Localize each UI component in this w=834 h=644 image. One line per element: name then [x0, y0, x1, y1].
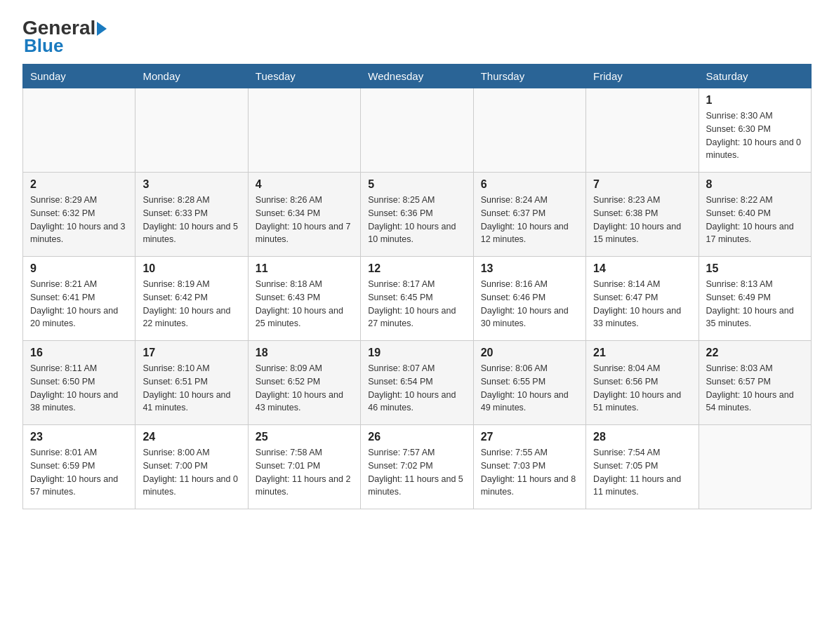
day-info: Sunrise: 8:01 AM Sunset: 6:59 PM Dayligh…: [30, 446, 128, 499]
calendar-cell: 7Sunrise: 8:23 AM Sunset: 6:38 PM Daylig…: [586, 173, 699, 257]
day-info: Sunrise: 8:18 AM Sunset: 6:43 PM Dayligh…: [256, 278, 353, 330]
weekday-header-sunday: Sunday: [23, 65, 135, 88]
day-number: 24: [143, 431, 240, 443]
day-number: 9: [30, 262, 128, 275]
calendar-cell: 2Sunrise: 8:29 AM Sunset: 6:32 PM Daylig…: [23, 173, 135, 257]
day-number: 23: [30, 431, 128, 443]
day-info: Sunrise: 8:17 AM Sunset: 6:45 PM Dayligh…: [368, 278, 465, 330]
day-number: 10: [143, 262, 240, 275]
calendar-cell: 23Sunrise: 8:01 AM Sunset: 6:59 PM Dayli…: [23, 425, 135, 509]
day-number: 11: [256, 262, 353, 275]
day-number: 21: [593, 347, 691, 359]
day-number: 16: [30, 347, 128, 359]
calendar-cell: 15Sunrise: 8:13 AM Sunset: 6:49 PM Dayli…: [699, 257, 811, 341]
header: General Blue: [22, 17, 812, 57]
weekday-header-tuesday: Tuesday: [248, 65, 360, 88]
calendar: SundayMondayTuesdayWednesdayThursdayFrid…: [22, 64, 812, 509]
calendar-cell: 1Sunrise: 8:30 AM Sunset: 6:30 PM Daylig…: [699, 88, 811, 173]
calendar-cell: [586, 88, 699, 173]
day-info: Sunrise: 7:58 AM Sunset: 7:01 PM Dayligh…: [256, 446, 353, 499]
day-number: 13: [481, 262, 578, 275]
calendar-cell: 14Sunrise: 8:14 AM Sunset: 6:47 PM Dayli…: [586, 257, 699, 341]
logo-arrow-icon: [97, 22, 107, 36]
calendar-cell: [699, 425, 811, 509]
day-number: 7: [593, 178, 691, 191]
week-row-4: 16Sunrise: 8:11 AM Sunset: 6:50 PM Dayli…: [23, 341, 812, 425]
day-info: Sunrise: 8:11 AM Sunset: 6:50 PM Dayligh…: [30, 362, 128, 415]
day-number: 1: [706, 94, 804, 107]
day-number: 25: [256, 431, 353, 443]
day-number: 28: [593, 431, 691, 443]
week-row-5: 23Sunrise: 8:01 AM Sunset: 6:59 PM Dayli…: [23, 425, 812, 509]
calendar-cell: [23, 88, 135, 173]
calendar-cell: 27Sunrise: 7:55 AM Sunset: 7:03 PM Dayli…: [473, 425, 585, 509]
day-number: 18: [256, 347, 353, 359]
day-number: 6: [481, 178, 578, 191]
calendar-cell: 26Sunrise: 7:57 AM Sunset: 7:02 PM Dayli…: [361, 425, 473, 509]
calendar-cell: 9Sunrise: 8:21 AM Sunset: 6:41 PM Daylig…: [23, 257, 135, 341]
weekday-header-saturday: Saturday: [699, 65, 811, 88]
week-row-2: 2Sunrise: 8:29 AM Sunset: 6:32 PM Daylig…: [23, 173, 812, 257]
day-info: Sunrise: 7:55 AM Sunset: 7:03 PM Dayligh…: [481, 446, 578, 499]
calendar-cell: [473, 88, 585, 173]
calendar-cell: 20Sunrise: 8:06 AM Sunset: 6:55 PM Dayli…: [473, 341, 585, 425]
day-info: Sunrise: 8:07 AM Sunset: 6:54 PM Dayligh…: [368, 362, 465, 415]
day-info: Sunrise: 8:09 AM Sunset: 6:52 PM Dayligh…: [256, 362, 353, 415]
day-info: Sunrise: 8:24 AM Sunset: 6:37 PM Dayligh…: [481, 194, 578, 246]
week-row-3: 9Sunrise: 8:21 AM Sunset: 6:41 PM Daylig…: [23, 257, 812, 341]
day-info: Sunrise: 8:26 AM Sunset: 6:34 PM Dayligh…: [256, 194, 353, 246]
day-number: 4: [256, 178, 353, 191]
calendar-cell: 21Sunrise: 8:04 AM Sunset: 6:56 PM Dayli…: [586, 341, 699, 425]
weekday-header-row: SundayMondayTuesdayWednesdayThursdayFrid…: [23, 65, 812, 88]
day-info: Sunrise: 8:25 AM Sunset: 6:36 PM Dayligh…: [368, 194, 465, 246]
day-number: 12: [368, 262, 465, 275]
calendar-cell: 4Sunrise: 8:26 AM Sunset: 6:34 PM Daylig…: [248, 173, 360, 257]
day-number: 8: [706, 178, 804, 191]
calendar-cell: 5Sunrise: 8:25 AM Sunset: 6:36 PM Daylig…: [361, 173, 473, 257]
weekday-header-friday: Friday: [586, 65, 699, 88]
day-number: 26: [368, 431, 465, 443]
day-number: 3: [143, 178, 240, 191]
day-info: Sunrise: 8:14 AM Sunset: 6:47 PM Dayligh…: [593, 278, 691, 330]
calendar-cell: 22Sunrise: 8:03 AM Sunset: 6:57 PM Dayli…: [699, 341, 811, 425]
day-info: Sunrise: 8:29 AM Sunset: 6:32 PM Dayligh…: [30, 194, 128, 246]
calendar-cell: 28Sunrise: 7:54 AM Sunset: 7:05 PM Dayli…: [586, 425, 699, 509]
calendar-cell: 11Sunrise: 8:18 AM Sunset: 6:43 PM Dayli…: [248, 257, 360, 341]
day-number: 5: [368, 178, 465, 191]
day-info: Sunrise: 8:21 AM Sunset: 6:41 PM Dayligh…: [30, 278, 128, 330]
day-number: 15: [706, 262, 804, 275]
day-info: Sunrise: 7:54 AM Sunset: 7:05 PM Dayligh…: [593, 446, 691, 499]
day-number: 27: [481, 431, 578, 443]
calendar-cell: 8Sunrise: 8:22 AM Sunset: 6:40 PM Daylig…: [699, 173, 811, 257]
week-row-1: 1Sunrise: 8:30 AM Sunset: 6:30 PM Daylig…: [23, 88, 812, 173]
day-number: 20: [481, 347, 578, 359]
calendar-cell: 6Sunrise: 8:24 AM Sunset: 6:37 PM Daylig…: [473, 173, 585, 257]
calendar-cell: 25Sunrise: 7:58 AM Sunset: 7:01 PM Dayli…: [248, 425, 360, 509]
day-info: Sunrise: 8:22 AM Sunset: 6:40 PM Dayligh…: [706, 194, 804, 246]
day-number: 2: [30, 178, 128, 191]
day-number: 17: [143, 347, 240, 359]
day-info: Sunrise: 8:13 AM Sunset: 6:49 PM Dayligh…: [706, 278, 804, 330]
calendar-cell: 16Sunrise: 8:11 AM Sunset: 6:50 PM Dayli…: [23, 341, 135, 425]
day-info: Sunrise: 7:57 AM Sunset: 7:02 PM Dayligh…: [368, 446, 465, 499]
calendar-cell: 10Sunrise: 8:19 AM Sunset: 6:42 PM Dayli…: [135, 257, 248, 341]
day-info: Sunrise: 8:10 AM Sunset: 6:51 PM Dayligh…: [143, 362, 240, 415]
calendar-cell: [361, 88, 473, 173]
weekday-header-wednesday: Wednesday: [361, 65, 473, 88]
calendar-cell: 18Sunrise: 8:09 AM Sunset: 6:52 PM Dayli…: [248, 341, 360, 425]
calendar-cell: 13Sunrise: 8:16 AM Sunset: 6:46 PM Dayli…: [473, 257, 585, 341]
calendar-cell: [135, 88, 248, 173]
day-info: Sunrise: 8:04 AM Sunset: 6:56 PM Dayligh…: [593, 362, 691, 415]
calendar-cell: 17Sunrise: 8:10 AM Sunset: 6:51 PM Dayli…: [135, 341, 248, 425]
calendar-cell: 19Sunrise: 8:07 AM Sunset: 6:54 PM Dayli…: [361, 341, 473, 425]
logo: General Blue: [22, 17, 107, 57]
day-info: Sunrise: 8:19 AM Sunset: 6:42 PM Dayligh…: [143, 278, 240, 330]
day-info: Sunrise: 8:23 AM Sunset: 6:38 PM Dayligh…: [593, 194, 691, 246]
calendar-cell: 3Sunrise: 8:28 AM Sunset: 6:33 PM Daylig…: [135, 173, 248, 257]
day-info: Sunrise: 8:06 AM Sunset: 6:55 PM Dayligh…: [481, 362, 578, 415]
day-number: 19: [368, 347, 465, 359]
logo-sub: Blue: [24, 35, 63, 57]
day-info: Sunrise: 8:00 AM Sunset: 7:00 PM Dayligh…: [143, 446, 240, 499]
calendar-cell: 24Sunrise: 8:00 AM Sunset: 7:00 PM Dayli…: [135, 425, 248, 509]
weekday-header-thursday: Thursday: [473, 65, 585, 88]
